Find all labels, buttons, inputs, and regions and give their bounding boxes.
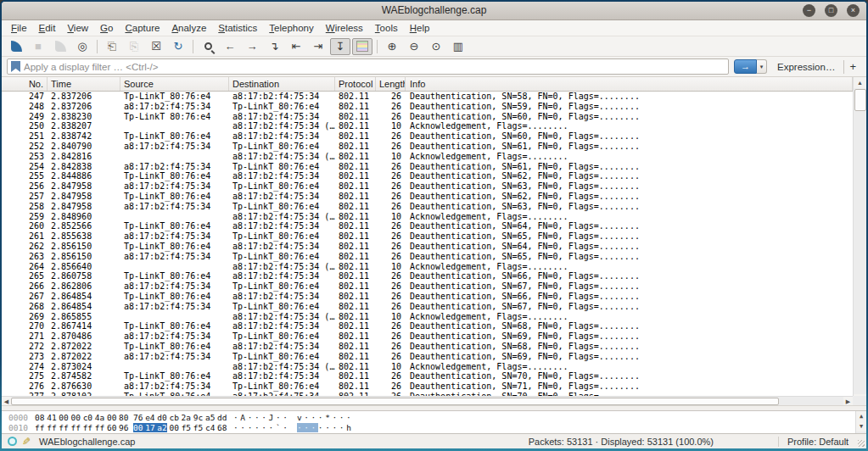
- open-file-icon[interactable]: ⎗: [102, 38, 122, 55]
- title-bar[interactable]: WAEblogchallenge.cap −□×: [2, 2, 866, 20]
- column-header-info[interactable]: Info: [406, 77, 853, 91]
- go-first-icon[interactable]: ⇤: [286, 38, 306, 55]
- menu-analyze[interactable]: Analyze: [165, 21, 212, 35]
- packet-row[interactable]: 2702.867414Tp-LinkT_80:76:e4a8:17:b2:f4:…: [2, 321, 866, 331]
- packet-row[interactable]: 2662.862806a8:17:b2:f4:75:34Tp-LinkT_80:…: [2, 281, 866, 292]
- colorize-icon[interactable]: [352, 38, 372, 55]
- hex-row[interactable]: 0010ff ff ff ff ff ff 60 96 00 17 a2 00 …: [2, 423, 866, 433]
- packet-row[interactable]: 2712.870486a8:17:b2:f4:75:34Tp-LinkT_80:…: [2, 331, 866, 342]
- go-last-icon[interactable]: ⇥: [308, 38, 328, 55]
- capture-comment-icon[interactable]: ✎: [22, 436, 31, 448]
- packet-row[interactable]: 2492.838230Tp-LinkT_80:76:e4a8:17:b2:f4:…: [2, 112, 866, 122]
- packet-row[interactable]: 2672.864854Tp-LinkT_80:76:e4a8:17:b2:f4:…: [2, 292, 866, 302]
- packet-bytes-pane[interactable]: ▲ ▼ 000008 41 00 00 c0 4a 00 80 76 e4 d0…: [2, 410, 866, 433]
- scroll-right-icon[interactable]: ▶: [843, 397, 853, 405]
- add-filter-button[interactable]: +: [844, 60, 861, 73]
- horizontal-scroll-track[interactable]: [779, 397, 843, 405]
- packet-row[interactable]: 2732.872022a8:17:b2:f4:75:34Tp-LinkT_80:…: [2, 352, 866, 362]
- menu-telephony[interactable]: Telephony: [263, 21, 319, 35]
- packet-row[interactable]: 2562.847958a8:17:b2:f4:75:34Tp-LinkT_80:…: [2, 181, 866, 192]
- display-filter-input[interactable]: [24, 62, 725, 72]
- find-packet-icon[interactable]: [198, 38, 218, 55]
- column-header-protocol[interactable]: Protocol: [335, 77, 376, 91]
- horizontal-scroll-thumb[interactable]: [11, 398, 779, 405]
- go-forward-icon[interactable]: →: [242, 38, 262, 55]
- packet-row[interactable]: 2512.838742Tp-LinkT_80:76:e4a8:17:b2:f4:…: [2, 131, 866, 142]
- packet-row[interactable]: 2532.842816a8:17:b2:f4:75:34 (…802.1110A…: [2, 152, 866, 162]
- ascii-bytes[interactable]: ······`· ·······h: [233, 423, 353, 433]
- ascii-bytes[interactable]: ·A···J·· v···*···: [233, 413, 353, 423]
- scroll-left-icon[interactable]: ◀: [2, 397, 11, 405]
- menu-statistics[interactable]: Statistics: [212, 21, 263, 35]
- packet-row[interactable]: 2482.837206a8:17:b2:f4:75:34Tp-LinkT_80:…: [2, 102, 866, 112]
- hex-row[interactable]: 000008 41 00 00 c0 4a 00 80 76 e4 d0 cb …: [2, 413, 866, 423]
- column-header-length[interactable]: Length: [376, 77, 406, 91]
- column-header-time[interactable]: Time: [48, 77, 120, 91]
- resize-grip[interactable]: [858, 440, 865, 447]
- packet-row[interactable]: 2582.847958a8:17:b2:f4:75:34Tp-LinkT_80:…: [2, 202, 866, 212]
- expression-button[interactable]: Expression…: [777, 62, 835, 72]
- menu-tools[interactable]: Tools: [369, 21, 404, 35]
- packet-row[interactable]: 2542.842838a8:17:b2:f4:75:34Tp-LinkT_80:…: [2, 162, 866, 172]
- reload-file-icon[interactable]: ↻: [168, 38, 188, 55]
- packet-row[interactable]: 2652.860758Tp-LinkT_80:76:e4a8:17:b2:f4:…: [2, 271, 866, 281]
- save-file-icon[interactable]: ⎘: [124, 38, 144, 55]
- go-back-icon[interactable]: ←: [220, 38, 240, 55]
- profile-selector[interactable]: Profile: Default: [778, 437, 866, 447]
- display-filter-box[interactable]: [7, 58, 729, 75]
- packet-row[interactable]: 2502.838207a8:17:b2:f4:75:34 (…802.1110A…: [2, 121, 866, 131]
- stop-capture-icon[interactable]: ■: [28, 38, 48, 55]
- packet-row[interactable]: 2612.855638a8:17:b2:f4:75:34Tp-LinkT_80:…: [2, 231, 866, 242]
- menu-view[interactable]: View: [61, 21, 94, 35]
- close-button-icon[interactable]: ×: [847, 4, 860, 17]
- packet-row[interactable]: 2682.864854a8:17:b2:f4:75:34Tp-LinkT_80:…: [2, 302, 866, 312]
- packet-row[interactable]: 2552.844886Tp-LinkT_80:76:e4a8:17:b2:f4:…: [2, 171, 866, 181]
- column-header-no[interactable]: No.: [2, 77, 48, 91]
- auto-scroll-icon[interactable]: ↧: [330, 38, 350, 55]
- resize-columns-icon[interactable]: ▥: [448, 38, 468, 55]
- menu-capture[interactable]: Capture: [119, 21, 165, 35]
- packet-row[interactable]: 2722.872022Tp-LinkT_80:76:e4a8:17:b2:f4:…: [2, 342, 866, 352]
- hex-selected-bytes[interactable]: 00 17 a2: [133, 423, 167, 432]
- close-file-icon[interactable]: ☒: [146, 38, 166, 55]
- apply-filter-button[interactable]: →: [734, 59, 757, 74]
- packet-row[interactable]: 2622.856150Tp-LinkT_80:76:e4a8:17:b2:f4:…: [2, 242, 866, 252]
- ascii-selected-bytes[interactable]: ···: [297, 423, 318, 432]
- filter-bookmark-icon[interactable]: [11, 61, 20, 72]
- horizontal-scrollbar[interactable]: ◀ ▶: [2, 396, 853, 405]
- expert-info-icon[interactable]: [8, 437, 17, 446]
- restart-capture-icon[interactable]: [50, 38, 70, 55]
- filter-history-dropdown-icon[interactable]: ▾: [757, 59, 767, 74]
- zoom-out-icon[interactable]: ⊖: [404, 38, 424, 55]
- packet-row[interactable]: 2522.840790a8:17:b2:f4:75:34Tp-LinkT_80:…: [2, 142, 866, 152]
- menu-edit[interactable]: Edit: [33, 21, 62, 35]
- menu-help[interactable]: Help: [404, 21, 436, 35]
- packet-row[interactable]: 2602.852566Tp-LinkT_80:76:e4a8:17:b2:f4:…: [2, 221, 866, 231]
- capture-options-icon[interactable]: ◎: [72, 38, 92, 55]
- hex-bytes[interactable]: 08 41 00 00 c0 4a 00 80 76 e4 d0 cb 2a 9…: [35, 413, 227, 423]
- maximize-button-icon[interactable]: □: [825, 4, 837, 17]
- menu-go[interactable]: Go: [94, 21, 119, 35]
- vertical-scrollbar[interactable]: ▲ ▼: [853, 77, 866, 405]
- start-capture-icon[interactable]: [6, 38, 26, 55]
- zoom-original-icon[interactable]: ⊙: [426, 38, 446, 55]
- hex-bytes[interactable]: ff ff ff ff ff ff 60 96 00 17 a2 00 f5 f…: [35, 423, 227, 433]
- column-header-source[interactable]: Source: [120, 77, 229, 91]
- scroll-up-icon[interactable]: ▲: [854, 77, 866, 88]
- column-header-destination[interactable]: Destination: [229, 77, 335, 91]
- packet-row[interactable]: 2742.873024a8:17:b2:f4:75:34 (…802.1110A…: [2, 362, 866, 372]
- menu-file[interactable]: File: [5, 21, 33, 35]
- packet-row[interactable]: 2572.847958Tp-LinkT_80:76:e4a8:17:b2:f4:…: [2, 192, 866, 202]
- packet-row[interactable]: 2752.874582Tp-LinkT_80:76:e4a8:17:b2:f4:…: [2, 371, 866, 381]
- vertical-scroll-thumb[interactable]: [854, 89, 866, 111]
- zoom-in-icon[interactable]: ⊕: [382, 38, 402, 55]
- go-to-packet-icon[interactable]: ↴: [264, 38, 284, 55]
- packet-row[interactable]: 2692.865855a8:17:b2:f4:75:34 (…802.1110A…: [2, 312, 866, 322]
- minimize-button-icon[interactable]: −: [803, 4, 815, 17]
- packet-row[interactable]: 2762.876630a8:17:b2:f4:75:34Tp-LinkT_80:…: [2, 381, 866, 392]
- menu-wireless[interactable]: Wireless: [320, 21, 369, 35]
- packet-row[interactable]: 2472.837206Tp-LinkT_80:76:e4a8:17:b2:f4:…: [2, 92, 866, 102]
- packet-row[interactable]: 2592.848960a8:17:b2:f4:75:34 (…802.1110A…: [2, 212, 866, 222]
- packet-row[interactable]: 2642.856640a8:17:b2:f4:75:34 (…802.1110A…: [2, 262, 866, 272]
- packet-row[interactable]: 2632.856150a8:17:b2:f4:75:34Tp-LinkT_80:…: [2, 252, 866, 262]
